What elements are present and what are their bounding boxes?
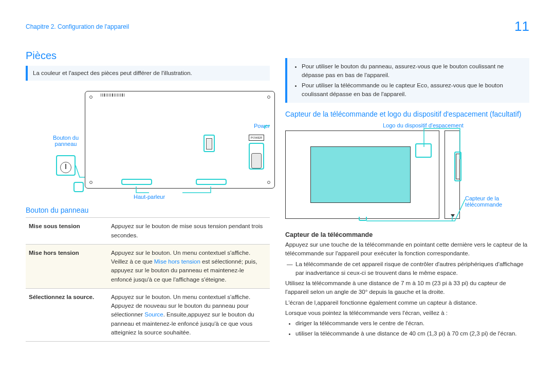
screw-icon <box>89 181 92 184</box>
body-text: L'écran de l,appareil fonctionne égaleme… <box>285 298 529 307</box>
remote-sensor-highlight <box>359 217 367 221</box>
heading-remote-sensor: Capteur de la télécommande <box>285 231 529 238</box>
table-row: Mise sous tension Appuyez sur le bouton … <box>26 218 270 245</box>
triangle-icon <box>451 214 455 217</box>
screw-icon <box>267 181 270 184</box>
label-remote-sensor: Capteur de la télécommande <box>465 195 532 208</box>
label-power: Power <box>254 123 270 129</box>
device-rear-figure: POWER Bouton du panneau Haut-parleur Pow… <box>26 86 270 199</box>
bullet-item: diriger la télécommande vers le centre d… <box>295 319 529 328</box>
label-panel-button: Bouton du panneau <box>47 135 84 147</box>
table-row: Mise hors tension Appuyez sur le bouton.… <box>26 244 270 288</box>
device-front-figure: Logo du dispositif d'espacement Capteur … <box>285 123 529 226</box>
row-text: Appuyez sur le bouton. Un menu contextue… <box>111 293 267 302</box>
row-desc: Appuyez sur le bouton. Un menu contextue… <box>108 288 270 341</box>
device-outline: POWER <box>85 91 275 189</box>
panel-button-highlight <box>73 182 84 192</box>
speaker-highlight <box>196 179 227 185</box>
device-side-outline <box>445 130 460 219</box>
power-socket-highlight <box>249 143 264 170</box>
info-box-color-note: La couleur et l'aspect des pièces peut d… <box>26 66 270 81</box>
dash-note: La télécommande de cet appareil risque d… <box>285 260 529 278</box>
row-desc: Appuyez sur le bouton de mise sous tensi… <box>108 218 270 245</box>
label-spacing-logo: Logo du dispositif d'espacement <box>383 122 464 128</box>
screen-area <box>310 146 411 203</box>
bullet-item: utiliser la télécommande à une distance … <box>295 329 529 339</box>
label-speaker: Haut-parleur <box>134 194 165 200</box>
vent-icon <box>101 94 124 97</box>
subsection-panel-button: Bouton du panneau <box>26 206 270 214</box>
page-header: Chapitre 2. Configuration de l'appareil … <box>0 0 555 40</box>
panel-button-table: Mise sous tension Appuyez sur le bouton … <box>26 217 270 342</box>
connector-highlight <box>203 135 215 152</box>
bullet-list: diriger la télécommande vers le centre d… <box>285 319 529 339</box>
panel-button-callout <box>56 155 76 176</box>
screw-icon <box>267 96 270 99</box>
power-badge: POWER <box>249 135 264 141</box>
chapter-title: Chapitre 2. Configuration de l'appareil <box>26 23 129 30</box>
row-label: Sélectionnez la source. <box>29 294 94 300</box>
right-column: Pour utiliser le bouton du panneau, assu… <box>285 40 529 342</box>
logo-highlight-front <box>415 143 432 158</box>
left-column: Pièces La couleur et l'aspect des pièces… <box>26 40 270 342</box>
section-title-pieces: Pièces <box>26 50 270 62</box>
info-box-text: La couleur et l'aspect des pièces peut d… <box>33 70 192 76</box>
screw-icon <box>89 96 92 99</box>
row-label: Mise hors tension <box>29 250 79 256</box>
speaker-highlight <box>121 179 152 185</box>
info-item: Pour utiliser le bouton du panneau, assu… <box>302 62 524 80</box>
logo-highlight-side <box>454 152 461 181</box>
row-text: Appuyez de nouveau sur le bouton du pann… <box>111 302 267 337</box>
row-label: Mise sous tension <box>29 223 80 229</box>
subsection-remote-sensor-logo: Capteur de la télécommande et logo du di… <box>285 110 529 118</box>
table-row: Sélectionnez la source. Appuyez sur le b… <box>26 288 270 341</box>
row-text: Veillez à ce que Mise hors tension est s… <box>111 257 267 284</box>
row-text: Appuyez sur le bouton. Un menu contextue… <box>111 249 267 257</box>
page-number: 11 <box>514 18 529 34</box>
device-front-outline <box>285 130 439 219</box>
body-text: Lorsque vous pointez la télécommande ver… <box>285 309 529 318</box>
row-desc: Appuyez sur le bouton. Un menu contextue… <box>108 244 270 288</box>
body-text: Utilisez la télécommande à une distance … <box>285 279 529 297</box>
body-text: Appuyez sur une touche de la télécommand… <box>285 240 529 258</box>
info-box-slider-note: Pour utiliser le bouton du panneau, assu… <box>285 58 529 103</box>
info-item: Pour utiliser la télécommande ou le capt… <box>302 81 524 99</box>
